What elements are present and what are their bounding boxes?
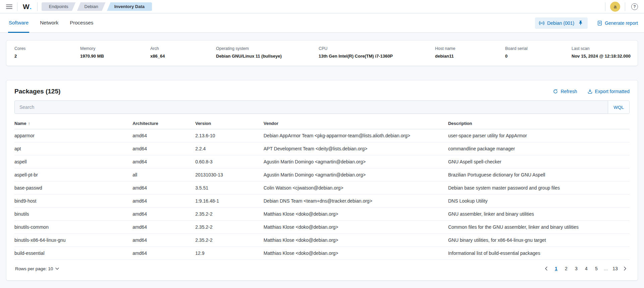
host-field-value: Debian GNU/Linux 11 (bullseye)	[216, 54, 315, 59]
cell-description: GNU Aspell spell-checker	[448, 155, 630, 168]
cell-description: Informational list of build-essential pa…	[448, 247, 630, 260]
help-button[interactable]	[629, 2, 639, 11]
table-row: base-passwdamd643.5.51Colin Watson <cjwa…	[14, 182, 630, 195]
table-row: apparmoramd642.13.6-10Debian AppArmor Te…	[14, 129, 630, 142]
export-formatted-button[interactable]: Export formatted	[587, 89, 630, 94]
table-body: apparmoramd642.13.6-10Debian AppArmor Te…	[14, 129, 630, 260]
cell-name: apt	[14, 142, 132, 155]
cell-description: DNS Lookup Utility	[448, 195, 630, 208]
cell-description: Common files for the GNU assembler, link…	[448, 221, 630, 234]
breadcrumb-endpoints[interactable]: Endpoints	[42, 2, 76, 11]
cell-version: 12.9	[195, 247, 264, 260]
question-circle-icon	[631, 3, 638, 10]
cell-vendor: Matthias Klose <doko@debian.org>	[264, 234, 448, 247]
chevron-right-icon	[624, 267, 627, 271]
cell-vendor: Matthias Klose <doko@debian.org>	[264, 247, 448, 260]
agent-chip[interactable]: Debian (001)	[535, 17, 588, 29]
host-field-memory: Memory1970.90 MB	[80, 46, 150, 59]
pagination-page-2[interactable]: 2	[562, 264, 571, 273]
agent-chip-label[interactable]: Debian (001)	[547, 20, 574, 26]
column-header-description[interactable]: Description	[448, 118, 630, 129]
cell-vendor: Agustin Martin Domingo <agmartin@debian.…	[264, 168, 448, 182]
pushpin-icon	[578, 20, 583, 25]
generate-report-label: Generate report	[605, 20, 638, 26]
tab-processes[interactable]: Processes	[69, 13, 94, 33]
cell-name: binutils	[14, 208, 132, 221]
cell-vendor: Matthias Klose <doko@debian.org>	[264, 221, 448, 234]
host-field-operating-system: Operating systemDebian GNU/Linux 11 (bul…	[216, 46, 319, 59]
cell-name: binutils-x86-64-linux-gnu	[14, 234, 132, 247]
sort-ascending-icon: ↑	[28, 121, 30, 126]
table-row: binutils-x86-64-linux-gnuamd642.35.2-2Ma…	[14, 234, 630, 247]
rows-per-page-button[interactable]: Rows per page: 10	[14, 265, 60, 273]
column-header-vendor[interactable]: Vendor	[264, 118, 448, 129]
host-field-value: 0	[505, 54, 568, 59]
tab-software[interactable]: Software	[8, 13, 29, 33]
pagination-page-3[interactable]: 3	[572, 264, 581, 273]
cell-version: 1:9.16.48-1	[195, 195, 264, 208]
cell-architecture: amd64	[132, 221, 195, 234]
host-field-board-serial: Board serial0	[505, 46, 572, 59]
cell-description: user-space parser utility for AppArmor	[448, 129, 630, 142]
next-page-button[interactable]	[621, 264, 630, 273]
breadcrumb-debian[interactable]: Debian	[77, 2, 106, 11]
cell-name: build-essential	[14, 247, 132, 260]
menu-button[interactable]	[5, 3, 14, 11]
cell-vendor: Agustin Martin Domingo <agmartin@debian.…	[264, 155, 448, 168]
table-row: aptamd642.2.4APT Development Team <deity…	[14, 142, 630, 155]
search-input[interactable]	[15, 101, 608, 114]
breadcrumb: EndpointsDebianInventory Data	[42, 2, 152, 11]
document-icon	[597, 20, 602, 26]
cell-version: 0.60.8-3	[195, 155, 264, 168]
host-field-label: Operating system	[216, 46, 315, 51]
user-avatar[interactable]: a	[610, 2, 620, 12]
host-field-host-name: Host namedebian11	[435, 46, 505, 59]
cell-version: 2.35.2-2	[195, 234, 264, 247]
packages-panel: Packages (125) Refresh Export formatted	[6, 80, 638, 281]
host-field-label: Arch	[150, 46, 212, 51]
tabs-bar: SoftwareNetworkProcesses Debian (001) Ge…	[0, 13, 644, 33]
pagination-page-5[interactable]: 5	[592, 264, 601, 273]
cell-version: 3.5.51	[195, 182, 264, 195]
pagination-page-4[interactable]: 4	[582, 264, 591, 273]
cell-architecture: amd64	[132, 182, 195, 195]
table-row: aspellamd640.60.8-3Agustin Martin Doming…	[14, 155, 630, 168]
packages-title: Packages (125)	[14, 88, 60, 95]
divider	[37, 2, 38, 11]
cell-description: GNU binary utilities, for x86-64-linux-g…	[448, 234, 630, 247]
cell-vendor: Debian AppArmor Team <pkg-apparmor-team@…	[264, 129, 448, 142]
tabs: SoftwareNetworkProcesses	[8, 13, 94, 32]
pagination-pages: 12345…13	[552, 264, 620, 273]
cell-architecture: amd64	[132, 129, 195, 142]
table-row: build-essentialamd6412.9Matthias Klose <…	[14, 247, 630, 260]
pagination-ellipsis: …	[602, 266, 609, 271]
host-field-label: CPU	[319, 46, 431, 51]
tab-network[interactable]: Network	[39, 13, 59, 33]
table-header-row: Name↑ArchitectureVersionVendorDescriptio…	[14, 118, 630, 129]
cell-version: 2.2.4	[195, 142, 264, 155]
wql-button[interactable]: WQL	[608, 101, 629, 114]
pagination-page-13[interactable]: 13	[611, 264, 620, 273]
generate-report-button[interactable]: Generate report	[597, 20, 638, 26]
wazuh-logo[interactable]: W.	[21, 3, 34, 11]
top-header-bar: W. EndpointsDebianInventory Data a	[0, 0, 644, 13]
cell-version: 2.35.2-2	[195, 221, 264, 234]
pagination: 12345…13	[542, 264, 630, 273]
pagination-page-1[interactable]: 1	[552, 264, 560, 273]
column-header-architecture[interactable]: Architecture	[132, 118, 195, 129]
host-field-label: Board serial	[505, 46, 568, 51]
cell-architecture: amd64	[132, 195, 195, 208]
packages-table: Name↑ArchitectureVersionVendorDescriptio…	[14, 118, 630, 260]
column-header-name[interactable]: Name↑	[14, 118, 132, 129]
host-info-card: Cores2Memory1970.90 MBArchx86_64Operatin…	[6, 40, 638, 66]
cell-name: aspell	[14, 155, 132, 168]
pin-button[interactable]	[578, 20, 584, 26]
refresh-button[interactable]: Refresh	[553, 89, 577, 94]
cell-architecture: amd64	[132, 155, 195, 168]
cell-version: 20131030-13	[195, 168, 264, 182]
refresh-label: Refresh	[560, 89, 577, 94]
column-header-version[interactable]: Version	[195, 118, 264, 129]
cell-version: 2.13.6-10	[195, 129, 264, 142]
previous-page-button[interactable]	[542, 264, 550, 273]
cell-name: base-passwd	[14, 182, 132, 195]
